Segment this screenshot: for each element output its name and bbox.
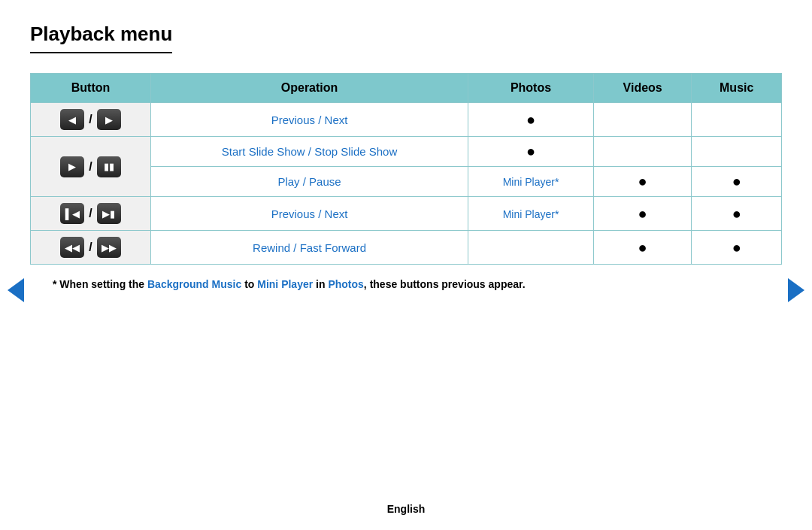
music-row2b: ● [692, 167, 782, 197]
mini-player-row2b: Mini Player* [503, 176, 559, 188]
dot-music-row4: ● [732, 239, 741, 256]
separator-row1: / [89, 113, 92, 126]
videos-row2b: ● [593, 167, 692, 197]
footnote-link-miniplayer: Mini Player [257, 278, 313, 290]
next-button-icon: ▶ [97, 109, 121, 130]
mini-player-row3: Mini Player* [503, 208, 559, 220]
col-header-music: Music [692, 74, 782, 103]
button-group-row2: ▶ / ▮▮ [41, 156, 140, 177]
dot-photos-row2a: ● [526, 143, 535, 159]
operation-row1: Previous / Next [151, 103, 468, 137]
fwd-button-icon: ▶▶ [97, 237, 121, 258]
table-row: ◀ / ▶ Previous / Next ● [31, 103, 782, 137]
operation-row2a: Start Slide Show / Stop Slide Show [151, 137, 468, 167]
photos-row1: ● [468, 103, 594, 137]
pause-button-icon: ▮▮ [97, 156, 121, 177]
nav-next-arrow[interactable] [788, 278, 804, 302]
footnote-text3: in [313, 278, 328, 290]
separator-row2: / [89, 160, 92, 174]
footnote: * When setting the Background Music to M… [30, 278, 782, 290]
nav-prev-arrow[interactable] [8, 278, 24, 302]
table-row: ▌◀ / ▶▮ Previous / Next Mini Player* ● ● [31, 197, 782, 231]
photos-row2a: ● [468, 137, 594, 167]
button-cell-row1: ◀ / ▶ [31, 103, 151, 137]
photos-row4 [468, 231, 594, 265]
videos-row4: ● [593, 231, 692, 265]
prev-button-icon: ◀ [60, 109, 84, 130]
table-row: ▶ / ▮▮ Start Slide Show / Stop Slide Sho… [31, 137, 782, 167]
photos-row3: Mini Player* [468, 197, 594, 231]
separator-row3: / [89, 207, 92, 220]
videos-row3: ● [593, 197, 692, 231]
videos-row1 [593, 103, 692, 137]
operation-row3: Previous / Next [151, 197, 468, 231]
button-group-row4: ◀◀ / ▶▶ [41, 237, 140, 258]
photos-row2b: Mini Player* [468, 167, 594, 197]
operation-row2b: Play / Pause [151, 167, 468, 197]
music-row4: ● [692, 231, 782, 265]
music-row2a [692, 137, 782, 167]
dot-videos-row2b: ● [638, 173, 647, 189]
footer-language: English [387, 503, 426, 515]
button-cell-row4: ◀◀ / ▶▶ [31, 231, 151, 265]
separator-row4: / [89, 241, 92, 254]
operation-row4: Rewind / Fast Forward [151, 231, 468, 265]
playback-table: Button Operation Photos Videos Music ◀ /… [30, 73, 782, 265]
page-title: Playback menu [30, 23, 172, 53]
dot-music-row3: ● [732, 205, 741, 222]
button-group-row1: ◀ / ▶ [41, 109, 140, 130]
play-button-icon: ▶ [60, 156, 84, 177]
col-header-photos: Photos [468, 74, 594, 103]
col-header-videos: Videos [593, 74, 692, 103]
col-header-operation: Operation [151, 74, 468, 103]
skipfwd-button-icon: ▶▮ [97, 203, 121, 224]
table-row: ◀◀ / ▶▶ Rewind / Fast Forward ● ● [31, 231, 782, 265]
button-cell-row3: ▌◀ / ▶▮ [31, 197, 151, 231]
button-group-row3: ▌◀ / ▶▮ [41, 203, 140, 224]
dot-photos-row1: ● [526, 111, 535, 128]
music-row3: ● [692, 197, 782, 231]
footnote-link-bgmusic: Background Music [147, 278, 241, 290]
videos-row2a [593, 137, 692, 167]
music-row1 [692, 103, 782, 137]
footnote-suffix: , these buttons previous appear. [364, 278, 526, 290]
dot-videos-row3: ● [638, 205, 647, 222]
rewind-button-icon: ◀◀ [60, 237, 84, 258]
footnote-link-photos: Photos [328, 278, 363, 290]
footnote-middle: to [241, 278, 257, 290]
button-cell-row2: ▶ / ▮▮ [31, 137, 151, 197]
dot-videos-row4: ● [638, 239, 647, 256]
footnote-prefix: * When setting the [53, 278, 147, 290]
col-header-button: Button [31, 74, 151, 103]
skipback-button-icon: ▌◀ [60, 203, 84, 224]
dot-music-row2b: ● [732, 173, 741, 189]
